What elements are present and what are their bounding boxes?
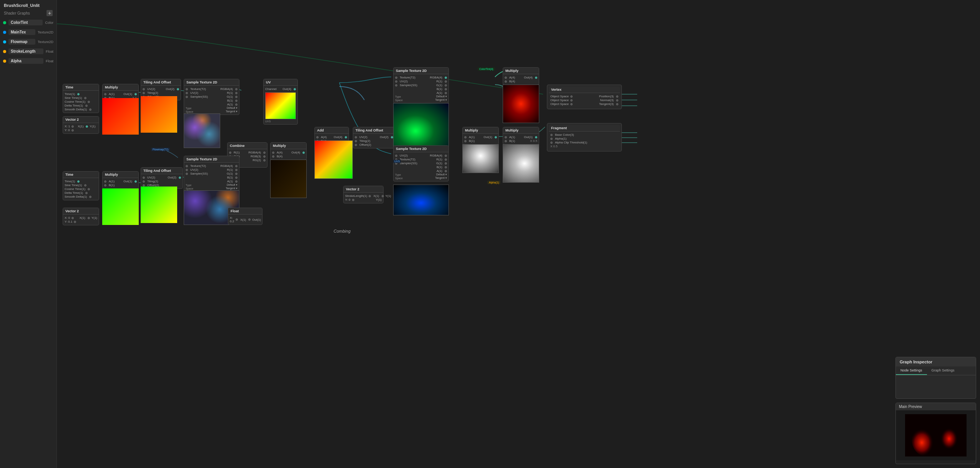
to3-tiling[interactable] bbox=[143, 180, 145, 183]
st2-rgba[interactable] bbox=[445, 77, 447, 79]
st4-b[interactable] bbox=[235, 177, 238, 179]
property-colortint[interactable]: ColorTint Color bbox=[0, 18, 56, 27]
st1-uv[interactable] bbox=[186, 92, 188, 94]
st1-sampler[interactable] bbox=[186, 96, 188, 98]
node-tiling-offset3[interactable]: Tiling And Offset UV(2) Out(2) Tiling(2)… bbox=[141, 167, 183, 189]
to3-uv[interactable] bbox=[143, 177, 145, 179]
st3-g[interactable] bbox=[445, 162, 447, 165]
mul3-a[interactable] bbox=[464, 136, 467, 138]
mulr2-out[interactable] bbox=[535, 136, 537, 138]
vertex-node[interactable]: Vertex Object Space Position(3) Object S… bbox=[547, 85, 622, 109]
property-maintex[interactable]: MainTex Texture2D bbox=[0, 27, 56, 37]
st4-a[interactable] bbox=[235, 180, 238, 183]
comb-rgb[interactable] bbox=[263, 155, 266, 158]
st2-sampler[interactable] bbox=[395, 84, 397, 87]
st4-g[interactable] bbox=[235, 173, 238, 175]
to2-offset[interactable] bbox=[355, 144, 357, 146]
to3-out[interactable] bbox=[179, 177, 181, 179]
node-tiling-offset2[interactable]: Tiling And Offset UV(2) Out(2) Tiling(2)… bbox=[353, 127, 395, 148]
time1-out-cosine[interactable] bbox=[88, 101, 90, 103]
node-sample-tex4[interactable]: Sample Texture 2D Texture(T2) RGBA(4) UV… bbox=[184, 156, 239, 192]
st2-tex[interactable] bbox=[395, 77, 397, 79]
mul3-b[interactable] bbox=[464, 140, 467, 142]
to2-tiling[interactable] bbox=[355, 140, 357, 142]
frag-basecolor[interactable] bbox=[550, 134, 553, 136]
vertex-norm-in[interactable] bbox=[570, 99, 573, 102]
node-multiply3[interactable]: Multiply A(1) Out(1) B(1) bbox=[462, 127, 499, 145]
v2m-x[interactable] bbox=[369, 195, 371, 197]
frag-alphacip[interactable] bbox=[550, 142, 553, 144]
property-flowmap[interactable]: Flowmap Texture2D bbox=[0, 37, 56, 47]
node-sample-tex2[interactable]: Sample Texture 2D Texture(T2) RGBA(4) UV… bbox=[393, 67, 449, 103]
st1-a[interactable] bbox=[235, 103, 238, 106]
v2-1-y[interactable] bbox=[71, 129, 74, 132]
add-out[interactable] bbox=[345, 136, 347, 138]
tab-graph-settings[interactable]: Graph Settings bbox=[927, 366, 959, 375]
node-time2[interactable]: Time Time(1) Sine Time(1) Cosine Time(1)… bbox=[63, 171, 99, 200]
node-uv[interactable]: UV Channel Out(4) UVS bbox=[263, 79, 298, 125]
time2-sine-out[interactable] bbox=[84, 184, 86, 187]
v2m-out[interactable] bbox=[382, 195, 384, 197]
mul2-out[interactable] bbox=[302, 152, 305, 154]
time2-out[interactable] bbox=[77, 180, 80, 183]
mul5-a[interactable] bbox=[104, 180, 106, 183]
node-time1[interactable]: Time Time(1) Sine Time(1) Cosine Time(1)… bbox=[63, 84, 99, 113]
comb-rg[interactable] bbox=[263, 159, 266, 162]
to2-uv[interactable] bbox=[355, 136, 357, 138]
mulr2-a[interactable] bbox=[505, 136, 507, 138]
v2-2-x[interactable] bbox=[71, 217, 74, 219]
to1-tiling[interactable] bbox=[143, 92, 145, 94]
vertex-pos-in[interactable] bbox=[570, 95, 573, 98]
node-multiply2[interactable]: Multiply A(4) Out(4) B(4) bbox=[270, 142, 307, 160]
add-property-button[interactable]: + bbox=[47, 10, 53, 16]
vertex-pos-out[interactable] bbox=[616, 95, 618, 98]
st3-rgba[interactable] bbox=[445, 155, 447, 157]
time1-out-sine[interactable] bbox=[84, 97, 86, 99]
st3-uv[interactable] bbox=[395, 155, 397, 157]
float-in[interactable] bbox=[236, 218, 238, 221]
st2-uv[interactable] bbox=[395, 80, 397, 83]
st1-g[interactable] bbox=[235, 96, 238, 98]
node-sample-tex3[interactable]: Sample Texture 2D UV(2) RGBA(4) Texture(… bbox=[393, 145, 449, 182]
mul2-b[interactable] bbox=[272, 155, 274, 158]
st2-g[interactable] bbox=[445, 84, 447, 87]
tab-node-settings[interactable]: Node Settings bbox=[896, 366, 927, 375]
node-multiply5[interactable]: Multiply A(1) Out(1) B(1) bbox=[102, 171, 139, 189]
time1-out-smooth[interactable] bbox=[89, 108, 91, 111]
time2-delta-out[interactable] bbox=[85, 192, 88, 194]
vertex-norm-out[interactable] bbox=[616, 99, 618, 102]
mul1-out[interactable] bbox=[135, 93, 137, 95]
v2-2-out[interactable] bbox=[88, 217, 90, 219]
to1-out[interactable] bbox=[177, 88, 179, 90]
property-alpha[interactable]: Alpha Float bbox=[0, 56, 56, 66]
node-multiply-right2[interactable]: Multiply A(1) Out(1) B(1) X 0.5 bbox=[503, 127, 539, 145]
st4-tex[interactable] bbox=[186, 165, 188, 167]
to1-uv[interactable] bbox=[143, 88, 145, 90]
mul1-in-a[interactable] bbox=[104, 93, 106, 95]
v2m-y[interactable] bbox=[352, 199, 354, 201]
mul3-out[interactable] bbox=[495, 136, 497, 138]
st3-b[interactable] bbox=[445, 166, 447, 168]
node-vector2-1[interactable]: Vector 2 X: 1 X(1) Y(1) Y: 0 bbox=[63, 116, 99, 134]
st1-r[interactable] bbox=[235, 92, 238, 94]
mul4-a[interactable] bbox=[505, 77, 507, 79]
time2-cosine-out[interactable] bbox=[88, 188, 90, 190]
time1-out-delta[interactable] bbox=[85, 105, 88, 107]
mul5-b[interactable] bbox=[104, 184, 106, 187]
fragment-node[interactable]: Fragment Base Color(3) Alpha(1) Alpha Cl… bbox=[547, 123, 622, 152]
to3-offset[interactable] bbox=[143, 184, 145, 187]
mul4-b[interactable] bbox=[505, 80, 507, 83]
mul4-out[interactable] bbox=[535, 77, 537, 79]
st4-uv[interactable] bbox=[186, 169, 188, 171]
st4-sampler[interactable] bbox=[186, 173, 188, 175]
node-float[interactable]: Float X: 0.2 X(1) Out(1) bbox=[228, 208, 262, 225]
st4-rgba[interactable] bbox=[235, 165, 238, 167]
node-vector2-2[interactable]: Vector 2 X: 0 X(1) Y(1) Y: 0.1 bbox=[63, 208, 99, 225]
st1-rgba[interactable] bbox=[235, 88, 238, 90]
node-multiply4[interactable]: Multiply A(4) Out(4) B(4) bbox=[503, 67, 539, 85]
mulr2-b[interactable] bbox=[505, 140, 507, 142]
vertex-tang-in[interactable] bbox=[570, 103, 573, 105]
float-out[interactable] bbox=[248, 218, 251, 221]
st2-r[interactable] bbox=[445, 80, 447, 83]
st2-a[interactable] bbox=[445, 92, 447, 94]
